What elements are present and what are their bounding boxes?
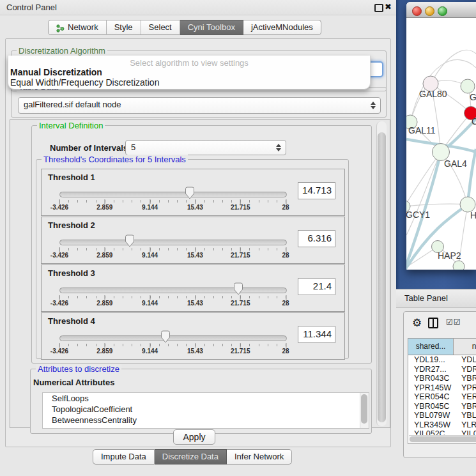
table-panel-title: Table Panel [404, 293, 448, 303]
slider-ticks [59, 248, 286, 250]
tab-cyni-toolbox[interactable]: Cyni Toolbox [180, 20, 243, 35]
threshold-3-panel: Threshold 3 -3.4262.8599.14415.4321.7152… [41, 265, 345, 312]
threshold-4-slider[interactable] [59, 335, 287, 341]
threshold-3-label: Threshold 3 [48, 268, 95, 278]
numerical-attributes-list[interactable]: SelfLoops TopologicalCoefficient Between… [42, 392, 369, 429]
tab-discretize-data[interactable]: Discretize Data [155, 449, 227, 464]
threshold-coordinates-group: Threshold's Coordinates for 5 Intervals … [36, 159, 349, 359]
threshold-1-thumb[interactable] [184, 187, 196, 201]
threshold-coordinates-title: Threshold's Coordinates for 5 Intervals [42, 155, 188, 164]
threshold-2-slider[interactable] [59, 240, 287, 245]
threshold-3-slider[interactable] [59, 288, 287, 293]
node-label: GAL4 [444, 158, 467, 169]
table-panel-titlebar: Table Panel [396, 289, 476, 308]
threshold-1-slider[interactable] [59, 192, 287, 197]
toolbox-tab-bar: Network Style Select Cyni Toolbox jActiv… [48, 20, 321, 35]
node-label: H [470, 210, 476, 220]
slider-scale-labels: -3.4262.8599.14415.4321.71528 [59, 252, 286, 259]
number-of-intervals-value: 5 [131, 142, 135, 152]
table-row[interactable]: YDR27...YDR2 [408, 365, 476, 374]
tab-select[interactable]: Select [141, 20, 180, 35]
slider-ticks [59, 200, 286, 203]
table-panel-card: ⚙ ☑☑ shared... na YDL19...YDL1 YDR27...Y… [403, 311, 476, 458]
window-title: Control Panel [6, 3, 57, 12]
table-data-combobox-value: galFiltered.sif default node [24, 100, 121, 109]
table-row[interactable]: YLR345WYLR3 [408, 420, 476, 430]
number-of-intervals-spinner[interactable]: 5 [125, 140, 286, 155]
stepper-icon [370, 102, 376, 109]
table-horizontal-scrollbar[interactable] [409, 435, 476, 443]
menu-item-manual-discretization[interactable]: Manual Discretization [10, 67, 102, 77]
threshold-4-value-field[interactable]: 11.344 [298, 326, 335, 343]
threshold-1-label: Threshold 1 [48, 173, 95, 182]
table-row[interactable]: YDL19...YDL1 [408, 355, 476, 365]
node-label: GCY1 [406, 210, 430, 220]
checkbox-icons[interactable]: ☑☑ [446, 318, 461, 326]
table-row[interactable]: YPR145WYPR1 [408, 383, 476, 393]
network-canvas[interactable]: GAL80 GA GAL11 C GAL4 GCY1 H HAP2 [406, 18, 476, 270]
close-icon[interactable]: ✖ [385, 2, 392, 12]
control-panel-window: Control Panel ✖ Network Style Select Cyn… [0, 0, 397, 476]
slider-ticks [59, 296, 286, 298]
threshold-2-panel: Threshold 2 -3.4262.8599.14415.4321.7152… [41, 217, 345, 264]
network-view-window: GAL80 GA GAL11 C GAL4 GCY1 H HAP2 [406, 2, 476, 270]
network-icon [56, 23, 65, 31]
zoom-traffic-light-icon[interactable] [438, 6, 447, 16]
cyni-toolbox-panel: Discretization Algorithm Table Data galF… [5, 38, 391, 447]
table-row[interactable]: YBR043CYBR0 [408, 374, 476, 383]
apply-button[interactable]: Apply [173, 429, 215, 445]
column-header-shared[interactable]: shared... [408, 339, 454, 355]
threshold-2-label: Threshold 2 [48, 220, 95, 230]
tab-infer-network[interactable]: Infer Network [227, 449, 292, 464]
settings-scrollbar[interactable] [376, 121, 387, 426]
menu-item-equal-width-frequency[interactable]: Equal Width/Frequency Discretization [10, 77, 159, 88]
threshold-3-value-field[interactable]: 21.4 [298, 278, 335, 295]
column-header-name[interactable]: na [454, 339, 476, 355]
table-row[interactable]: YBL079WYBL0 [408, 411, 476, 420]
interval-definition-group: Interval Definition Number of Intervals … [31, 125, 372, 364]
tab-network-label: Network [68, 22, 98, 32]
node-bottom[interactable] [453, 261, 464, 270]
slider-scale-labels: -3.4262.8599.14415.4321.71528 [59, 300, 286, 307]
list-scrollbar[interactable] [360, 393, 369, 428]
float-window-icon[interactable] [374, 4, 383, 12]
node-top-right[interactable] [461, 79, 475, 93]
list-item[interactable]: SelfLoops [43, 393, 369, 404]
algorithm-dropdown-hint: Select algorithm to view settings [8, 58, 370, 68]
node-attribute-table[interactable]: shared... na YDL19...YDL1 YDR27...YDR2 Y… [408, 338, 476, 444]
slider-scale-labels: -3.4262.8599.14415.4321.71528 [59, 204, 286, 211]
table-row[interactable]: YER054CYER0 [408, 392, 476, 402]
node-label: C [472, 116, 476, 127]
threshold-4-thumb[interactable] [160, 330, 171, 344]
list-item[interactable]: BetweennessCentrality [43, 415, 369, 426]
threshold-3-thumb[interactable] [233, 282, 244, 296]
control-panel-titlebar: Control Panel ✖ [0, 0, 396, 15]
minimize-traffic-light-icon[interactable] [425, 6, 434, 16]
slider-scale-labels: -3.4262.8599.14415.4321.71528 [59, 348, 286, 355]
table-row[interactable]: YBR045CYBR0 [408, 402, 476, 411]
table-data-combobox[interactable]: galFiltered.sif default node [18, 97, 381, 114]
cyni-mode-tab-bar: Impute Data Discretize Data Infer Networ… [93, 449, 292, 464]
tab-network[interactable]: Network [48, 20, 107, 35]
threshold-1-value-field[interactable]: 14.713 [298, 182, 335, 199]
node-label: GAL80 [419, 89, 447, 99]
tab-jactivemnodules[interactable]: jActiveMNodules [243, 20, 321, 35]
tab-style[interactable]: Style [107, 20, 141, 35]
slider-ticks [59, 344, 286, 346]
threshold-4-panel: Threshold 4 -3.4262.8599.14415.4321.7152… [41, 312, 345, 360]
threshold-2-thumb[interactable] [124, 234, 135, 249]
table-data-group: Table Data galFiltered.sif default node [11, 87, 387, 118]
threshold-1-panel: Threshold 1 -3.4262.8599.14415.4321.7152… [41, 169, 345, 216]
threshold-2-value-field[interactable]: 6.316 [298, 230, 335, 247]
attributes-group: Attributes to discretize Numerical Attri… [30, 369, 372, 434]
discretization-algorithm-title: Discretization Algorithm [17, 46, 107, 56]
tab-impute-data[interactable]: Impute Data [93, 449, 155, 464]
node-label: HAP2 [438, 250, 461, 261]
network-window-titlebar[interactable] [406, 2, 476, 18]
algorithm-dropdown-popup: Select algorithm to view settings Manual… [8, 56, 371, 89]
gear-icon[interactable]: ⚙ [412, 316, 422, 329]
split-columns-icon[interactable] [428, 318, 438, 328]
list-item[interactable]: TopologicalCoefficient [43, 404, 369, 415]
interval-definition-title: Interval Definition [37, 121, 105, 130]
close-traffic-light-icon[interactable] [412, 6, 422, 16]
